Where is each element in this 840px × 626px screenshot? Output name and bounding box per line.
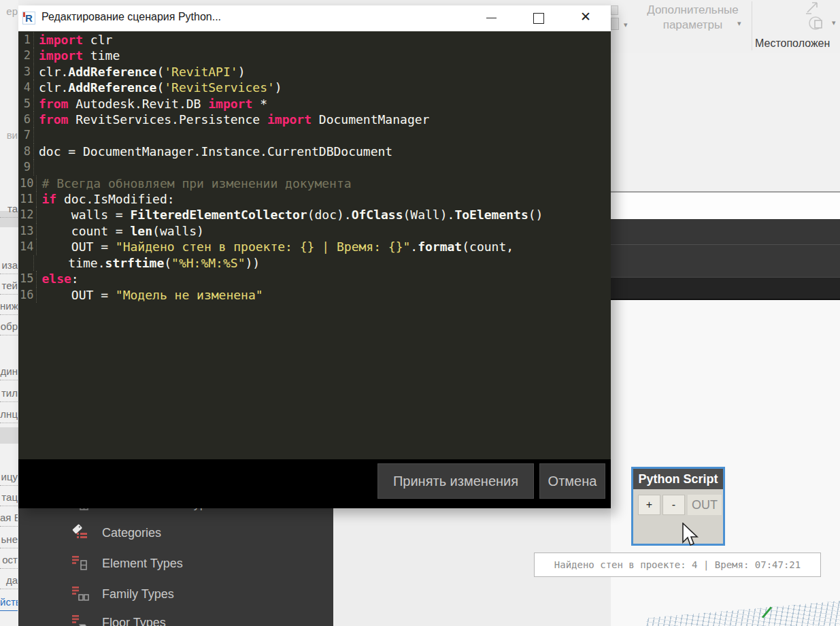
properties-text-fragment: тац [0, 491, 18, 506]
code-text [33, 159, 46, 175]
line-number: 10 [18, 176, 36, 191]
remove-input-button[interactable]: - [662, 495, 685, 515]
mouse-cursor [681, 523, 701, 548]
background-dark-band [611, 219, 840, 244]
dynamo-canvas[interactable] [611, 300, 840, 626]
line-number: 2 [18, 48, 33, 63]
code-editor[interactable]: 1import clr2import time3clr.AddReference… [18, 31, 611, 459]
coordinates-arrow-icon[interactable] [805, 0, 821, 15]
library-panel: All Elements of TypeCategoriesElement Ty… [18, 504, 333, 626]
code-line: 6from RevitServices.Persistence import D… [18, 112, 611, 127]
code-line: 3clr.AddReference('RevitAPI') [18, 64, 611, 80]
dialog-titlebar[interactable]: R Редактирование сценария Python... ✕ [18, 5, 611, 31]
line-number: 5 [18, 96, 33, 112]
line-number: 7 [18, 127, 33, 143]
code-line: 2import time [18, 48, 611, 63]
revit-ribbon: ▾ Дополнительные параметры ▾ ▾ Местополо… [611, 0, 840, 54]
properties-text-fragment: тей [0, 280, 18, 295]
library-item-label: Categories [102, 526, 161, 540]
code-text: OUT = "Найдено стен в проекте: {} | Врем… [36, 239, 514, 254]
line-number: 16 [18, 287, 36, 303]
properties-text-fragment: ер [0, 5, 18, 20]
code-line: 1import clr [18, 32, 611, 48]
properties-link-fragment[interactable]: йств [0, 596, 18, 611]
code-text: clr.AddReference('RevitAPI') [33, 64, 245, 80]
line-number: 1 [18, 32, 33, 48]
code-lines: 1import clr2import time3clr.AddReference… [18, 31, 611, 303]
code-text: time.strftime("%H:%M:%S")) [33, 255, 260, 271]
properties-group-band [0, 427, 18, 444]
properties-text-fragment: лнц [0, 408, 18, 423]
code-line: 13 count = len(walls) [18, 223, 611, 239]
properties-text-fragment: ая В [0, 512, 18, 527]
background-white-band [611, 191, 840, 219]
properties-text-fragment: тил [0, 387, 18, 402]
accept-changes-button[interactable]: Принять изменения [377, 463, 534, 499]
code-text: doc = DocumentManager.Instance.CurrentDB… [33, 144, 392, 159]
additional-parameters-label: Дополнительные параметры [647, 3, 739, 31]
code-text: count = len(walls) [36, 223, 203, 239]
chevron-down-icon[interactable]: ▾ [624, 20, 628, 29]
minimize-button[interactable] [486, 18, 497, 19]
ribbon-divider [752, 1, 752, 50]
maximize-button[interactable] [533, 13, 544, 24]
line-number: 14 [18, 239, 36, 254]
code-line: 8doc = DocumentManager.Instance.CurrentD… [18, 144, 611, 159]
properties-text-fragment: ниж [0, 300, 18, 315]
python-script-node[interactable]: Python Script + - OUT [631, 467, 725, 546]
code-text: # Всегда обновляем при изменении докумен… [36, 176, 351, 191]
chevron-down-icon[interactable]: ▾ [832, 18, 836, 27]
library-item-floor-types[interactable]: Floor Types [71, 612, 166, 626]
dialog-title: Редактирование сценария Python... [41, 11, 221, 23]
code-line: 16 OUT = "Модель не изменена" [18, 287, 611, 303]
code-line: 10# Всегда обновляем при изменении докум… [18, 176, 611, 191]
line-number: 6 [18, 112, 33, 127]
code-line: 12 walls = FilteredElementCollector(doc)… [18, 207, 611, 223]
preview-bubble: Найдено стен в проекте: 4 | Время: 07:47… [534, 553, 821, 577]
python-editor-dialog: R Редактирование сценария Python... ✕ 1i… [18, 5, 611, 508]
code-line: 5from Autodesk.Revit.DB import * [18, 96, 611, 112]
node-title[interactable]: Python Script [633, 469, 723, 489]
properties-text-fragment: ост [0, 554, 18, 569]
code-text: else: [36, 271, 78, 286]
element-types-icon [71, 555, 89, 572]
close-button[interactable]: ✕ [580, 9, 591, 24]
library-item-element-types[interactable]: Element Types [71, 553, 183, 574]
position-icon[interactable] [807, 14, 826, 33]
line-number: 12 [18, 207, 36, 223]
cancel-button[interactable]: Отмена [539, 463, 605, 499]
code-text: clr.AddReference('RevitServices') [33, 80, 282, 95]
library-item-family-types[interactable]: Family Types [71, 584, 174, 604]
line-number: 3 [18, 64, 33, 80]
properties-text-fragment: та [0, 203, 18, 218]
code-text: from Autodesk.Revit.DB import * [33, 96, 267, 112]
screen: ервитаизатейнижобрдинтиллнцицутацая Вьне… [0, 0, 840, 626]
code-text: OUT = "Модель не изменена" [36, 287, 263, 303]
additional-parameters-button[interactable]: Дополнительные параметры [637, 3, 749, 33]
out-port[interactable]: OUT [688, 495, 722, 515]
library-item-categories[interactable]: Categories [71, 523, 161, 543]
code-line: 7 [18, 127, 611, 143]
library-item-label: Element Types [102, 557, 183, 571]
chevron-down-icon[interactable]: ▾ [737, 19, 741, 28]
background-dark-band [611, 277, 840, 300]
properties-text-fragment: обр [0, 320, 18, 335]
properties-text-fragment: ви [0, 129, 18, 144]
line-number: 15 [18, 271, 36, 286]
categories-icon [71, 524, 89, 542]
floor-types-icon [71, 614, 89, 626]
code-text [33, 127, 46, 143]
library-item-label: Family Types [102, 587, 174, 602]
code-text: import time [33, 48, 120, 63]
code-line: 11if doc.IsModified: [18, 191, 611, 207]
ribbon-icon-fragment [611, 18, 619, 30]
properties-text-fragment: да [0, 574, 18, 589]
code-line: 4clr.AddReference('RevitServices') [18, 80, 611, 95]
revit-icon: R [22, 12, 35, 24]
line-number: 4 [18, 80, 33, 95]
add-input-button[interactable]: + [638, 495, 660, 515]
properties-text-fragment: ьне [0, 533, 18, 548]
code-text: from RevitServices.Persistence import Do… [33, 112, 429, 127]
revit-properties-sliver: ервитаизатейнижобрдинтиллнцицутацая Вьне… [0, 0, 18, 626]
code-text: import clr [33, 32, 112, 48]
